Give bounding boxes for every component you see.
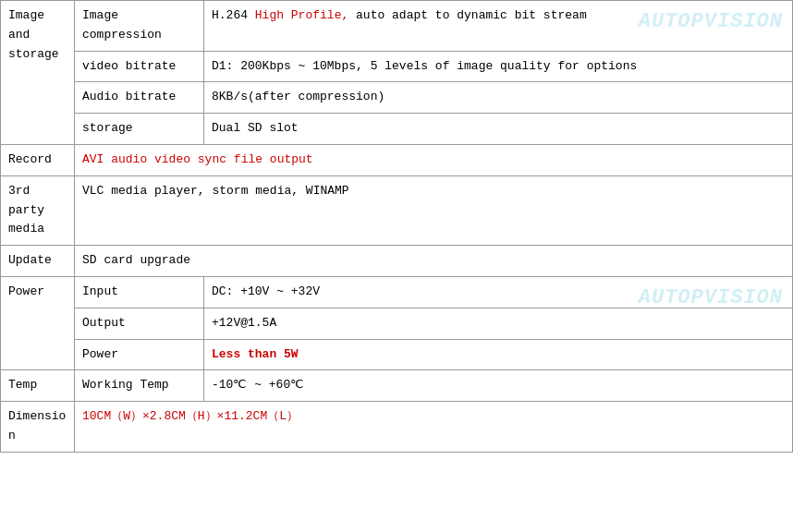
party-media-row: 3rdpartymedia VLC media player, storm me…	[1, 175, 793, 245]
storage-value: Dual SD slot	[204, 114, 793, 145]
temp-row: Temp Working Temp -10℃ ~ +60℃	[1, 370, 793, 402]
update-row: Update SD card upgrade	[1, 246, 793, 277]
dimension-label: Dimension	[1, 402, 75, 453]
power-output-row: Output +12V@1.5A	[1, 308, 793, 339]
image-compression-text-after: auto adapt to dynamic bit stream	[348, 8, 586, 22]
image-compression-value: H.264 High Profile, auto adapt to dynami…	[204, 1, 793, 52]
record-row: Record AVI audio video sync file output	[1, 144, 793, 175]
power-label: Power	[1, 276, 75, 369]
party-media-value: VLC media player, storm media, WINAMP	[75, 175, 793, 245]
update-value: SD card upgrade	[75, 246, 793, 277]
working-temp-label: Working Temp	[75, 370, 204, 402]
record-value: AVI audio video sync file output	[75, 144, 793, 175]
image-storage-label: Imageandstorage	[1, 1, 75, 145]
update-label: Update	[1, 246, 75, 277]
audio-bitrate-value: 8KB/s(after compression)	[204, 82, 793, 114]
watermark: AUTOPVISION	[639, 6, 783, 38]
power-output-value: +12V@1.5A	[204, 308, 793, 339]
power-consumption-row: Power Less than 5W	[1, 339, 793, 370]
audio-bitrate-label: Audio bitrate	[75, 82, 204, 114]
record-label: Record	[1, 144, 75, 175]
power-input-value: DC: +10V ~ +32V AUTOPVISION	[204, 276, 793, 308]
video-bitrate-label: video bitrate	[75, 51, 204, 82]
video-bitrate-row: video bitrate D1: 200Kbps ~ 10Mbps, 5 le…	[1, 51, 793, 82]
dimension-value: 10CM（W）×2.8CM（H）×11.2CM（L）	[75, 402, 793, 453]
video-bitrate-value: D1: 200Kbps ~ 10Mbps, 5 levels of image …	[204, 51, 793, 82]
image-compression-label: Imagecompression	[75, 1, 204, 52]
power-consumption-label: Power	[75, 339, 204, 370]
power-input-row: Power Input DC: +10V ~ +32V AUTOPVISION	[1, 276, 793, 308]
party-media-label: 3rdpartymedia	[1, 175, 75, 245]
image-storage-row: Imageandstorage Imagecompression H.264 H…	[1, 1, 793, 52]
audio-bitrate-row: Audio bitrate 8KB/s(after compression)	[1, 82, 793, 114]
image-compression-text-before: H.264	[212, 8, 255, 22]
power-consumption-value: Less than 5W	[204, 339, 793, 370]
storage-row: storage Dual SD slot	[1, 114, 793, 145]
storage-label: storage	[75, 114, 204, 145]
power-input-label: Input	[75, 276, 204, 308]
temp-value: -10℃ ~ +60℃	[204, 370, 793, 402]
temp-label: Temp	[1, 370, 75, 402]
dimension-row: Dimension 10CM（W）×2.8CM（H）×11.2CM（L）	[1, 402, 793, 453]
power-output-label: Output	[75, 308, 204, 339]
image-compression-text-red: High Profile,	[255, 8, 348, 22]
specs-table: Imageandstorage Imagecompression H.264 H…	[0, 0, 793, 453]
